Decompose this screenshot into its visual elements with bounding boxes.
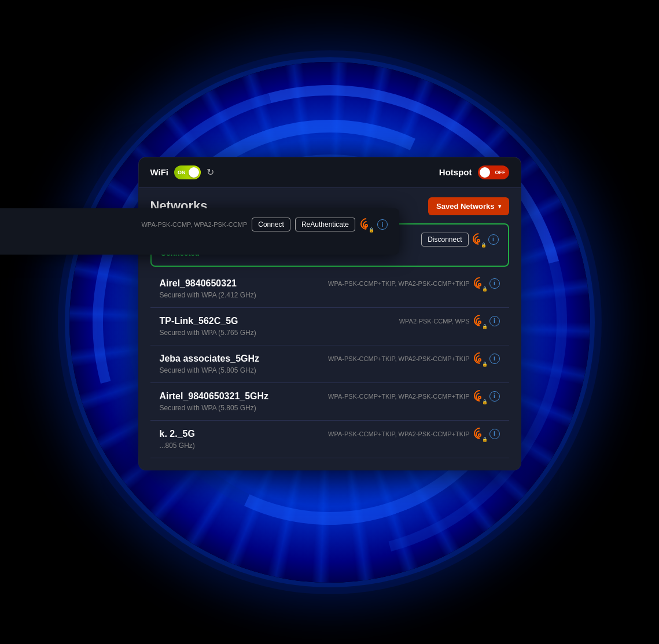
saved-networks-label: Saved Networks [436, 202, 494, 211]
network-security-airel: WPA-PSK-CCMP+TKIP, WPA2-PSK-CCMP+TKIP [328, 280, 470, 287]
hotspot-toggle-label: OFF [495, 170, 506, 175]
network-row-top-airtel5g: Airtel_9840650321_5GHz WPA-PSK-CCMP+TKIP… [160, 391, 500, 402]
network-icons-jeba: WPA-PSK-CCMP+TKIP, WPA2-PSK-CCMP+TKIP 🔒 … [328, 354, 500, 364]
lock-icon-last: 🔒 [482, 437, 488, 442]
app-window: WiFi ON ↻ Hotspot OFF Networks Saved Net… [139, 157, 521, 470]
network-item-jeba[interactable]: Jeba associates_5GHz WPA-PSK-CCMP+TKIP, … [150, 345, 509, 383]
reauthenticate-button[interactable]: ReAuthenticate [295, 218, 355, 231]
network-icons-airel: WPA-PSK-CCMP+TKIP, WPA2-PSK-CCMP+TKIP 🔒 … [328, 278, 500, 289]
info-button-cdtech[interactable]: i [377, 219, 388, 230]
saved-networks-button[interactable]: Saved Networks ▾ [428, 197, 509, 215]
connect-button[interactable]: Connect [252, 218, 290, 231]
lock-icon-airtel5g: 🔒 [482, 399, 488, 404]
network-name-airtel5g: Airtel_9840650321_5GHz [160, 391, 269, 402]
cdtech-actions: WPA-PSK-CCMP, WPA2-PSK-CCMP Connect ReAu… [141, 218, 388, 231]
lock-icon-tplink5g: 🔒 [482, 324, 488, 329]
info-button-airtel5g[interactable]: i [489, 391, 500, 402]
network-list: TP-Link_562C / IP:192.168.1.101 Disconne… [150, 223, 509, 458]
network-item-tplink5g[interactable]: TP-Link_562C_5G WPA2-PSK-CCMP, WPS 🔒 i S… [150, 308, 509, 345]
wifi-label: WiFi [150, 167, 169, 177]
network-security-tplink5g: WPA2-PSK-CCMP, WPS [399, 318, 470, 325]
network-row-top-tplink5g: TP-Link_562C_5G WPA2-PSK-CCMP, WPS 🔒 i [160, 316, 500, 326]
network-row-top-last: k. 2._5G WPA-PSK-CCMP+TKIP, WPA2-PSK-CCM… [160, 429, 500, 439]
network-security-last: WPA-PSK-CCMP+TKIP, WPA2-PSK-CCMP+TKIP [328, 430, 470, 437]
wifi-signal-icon-airtel5g: 🔒 [473, 391, 486, 402]
refresh-icon[interactable]: ↻ [207, 167, 214, 178]
network-row-top-jeba: Jeba associates_5GHz WPA-PSK-CCMP+TKIP, … [160, 354, 500, 364]
wifi-toggle[interactable]: ON [174, 165, 201, 179]
wifi-signal-icon-airel: 🔒 [473, 278, 486, 289]
lock-icon-jeba: 🔒 [482, 362, 488, 367]
network-icons-connected: Disconnect 🔒 i [421, 233, 498, 246]
bottom-padding [150, 458, 509, 470]
lock-icon-airel: 🔒 [482, 286, 488, 292]
network-name-tplink5g: TP-Link_562C_5G [160, 316, 238, 326]
chevron-down-icon: ▾ [498, 203, 501, 209]
network-sub-airel: Secured with WPA (2.412 GHz) [160, 291, 500, 299]
info-button-tplink5g[interactable]: i [489, 316, 500, 326]
network-sub-airtel5g: Secured with WPA (5.805 GHz) [160, 404, 500, 412]
network-sub-tplink5g: Secured with WPA (5.765 GHz) [160, 329, 500, 337]
info-button-last[interactable]: i [489, 429, 500, 439]
wifi-section: WiFi ON ↻ [150, 165, 215, 179]
network-item-last[interactable]: k. 2._5G WPA-PSK-CCMP+TKIP, WPA2-PSK-CCM… [150, 421, 509, 458]
network-item-airtel5g[interactable]: Airtel_9840650321_5GHz WPA-PSK-CCMP+TKIP… [150, 383, 509, 421]
wifi-signal-icon-jeba: 🔒 [473, 354, 486, 364]
network-icons-last: WPA-PSK-CCMP+TKIP, WPA2-PSK-CCMP+TKIP 🔒 … [328, 429, 500, 439]
wifi-signal-icon-cdtech: 🔒 [360, 219, 373, 230]
cdtech-security-label: WPA-PSK-CCMP, WPA2-PSK-CCMP [141, 221, 247, 228]
hotspot-toggle-knob [480, 167, 490, 178]
info-button-jeba[interactable]: i [489, 354, 500, 364]
network-name-airel: Airel_9840650321 [160, 278, 237, 289]
hotspot-toggle[interactable]: OFF [478, 165, 509, 179]
wifi-signal-icon-connected: 🔒 [472, 234, 485, 245]
cdtech-expanded-panel: CDTECH NETWORK WPA-PSK-CCMP, WPA2-PSK-CC… [0, 208, 399, 255]
wifi-toggle-label: ON [178, 170, 186, 175]
network-name-jeba: Jeba associates_5GHz [160, 354, 260, 364]
info-button-connected[interactable]: i [488, 234, 499, 245]
network-row-top-airel: Airel_9840650321 WPA-PSK-CCMP+TKIP, WPA2… [160, 278, 500, 289]
wifi-toggle-knob [189, 167, 199, 178]
network-sub-last: ...805 GHz) [160, 441, 500, 450]
network-name-last: k. 2._5G [160, 429, 195, 439]
network-icons-airtel5g: WPA-PSK-CCMP+TKIP, WPA2-PSK-CCMP+TKIP 🔒 … [328, 391, 500, 402]
hotspot-label: Hotspot [439, 167, 472, 177]
hotspot-section: Hotspot OFF [439, 165, 509, 179]
lock-icon: 🔒 [481, 242, 487, 248]
disconnect-button[interactable]: Disconnect [421, 233, 468, 246]
info-button-airel[interactable]: i [489, 278, 500, 289]
cdtech-row-top: CDTECH NETWORK WPA-PSK-CCMP, WPA2-PSK-CC… [0, 218, 388, 231]
header-bar: WiFi ON ↻ Hotspot OFF [139, 157, 521, 188]
lock-icon-cdtech: 🔒 [369, 227, 374, 233]
network-item-airel[interactable]: Airel_9840650321 WPA-PSK-CCMP+TKIP, WPA2… [150, 270, 509, 308]
network-sub-jeba: Secured with WPA (5.805 GHz) [160, 366, 500, 374]
wifi-signal-icon-last: 🔒 [473, 429, 486, 439]
network-icons-tplink5g: WPA2-PSK-CCMP, WPS 🔒 i [399, 316, 500, 326]
network-security-airtel5g: WPA-PSK-CCMP+TKIP, WPA2-PSK-CCMP+TKIP [328, 393, 470, 400]
network-security-jeba: WPA-PSK-CCMP+TKIP, WPA2-PSK-CCMP+TKIP [328, 355, 470, 362]
wifi-signal-icon-tplink5g: 🔒 [473, 316, 486, 326]
